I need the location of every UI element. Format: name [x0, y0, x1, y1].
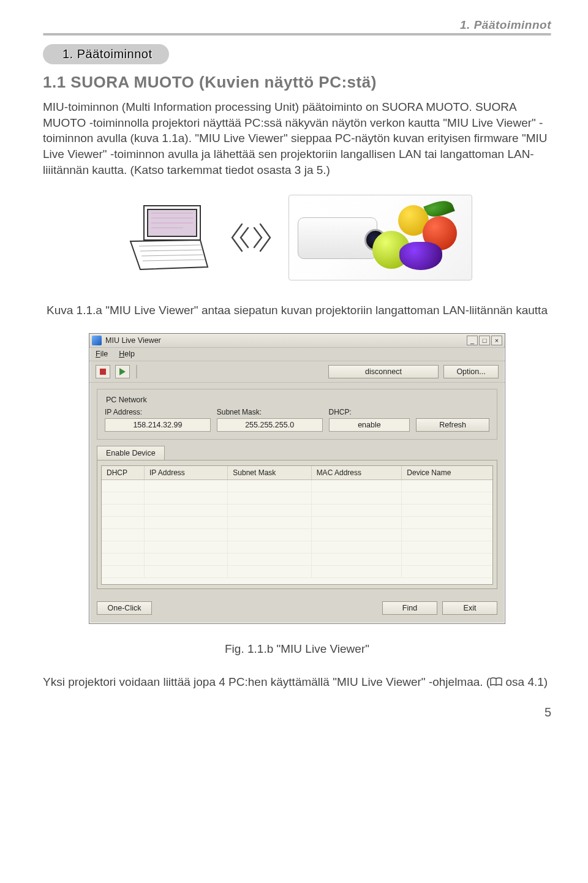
- exit-button[interactable]: Exit: [442, 601, 497, 615]
- menubar: File Help: [89, 348, 505, 361]
- subheading: 1.1 SUORA MUOTO (Kuvien näyttö PC:stä): [43, 73, 551, 92]
- book-icon: [490, 677, 502, 686]
- table-body[interactable]: [102, 480, 492, 584]
- empty-label: [416, 408, 489, 416]
- stop-button[interactable]: [96, 365, 110, 378]
- dhcp-label: DHCP:: [329, 408, 410, 416]
- running-header: 1. Päätoiminnot: [43, 18, 551, 32]
- laptop-icon: [122, 201, 214, 274]
- section-tab: 1. Päätoiminnot: [43, 44, 169, 64]
- toolbar: disconnect Option...: [89, 361, 505, 383]
- tab-content: DHCP IP Address Subnet Mask MAC Address …: [97, 460, 497, 589]
- figure-caption-b: Fig. 1.1.b "MIU Live Viewer": [43, 642, 551, 656]
- dialog-footer: One-Click Find Exit: [89, 595, 505, 623]
- header-rule: [43, 33, 551, 36]
- window-controls: _ □ ×: [467, 336, 502, 345]
- page-number: 5: [43, 705, 551, 720]
- bottom-text-2: osa 4.1): [502, 675, 548, 688]
- minimize-button[interactable]: _: [467, 336, 478, 345]
- table-header: DHCP IP Address Subnet Mask MAC Address …: [102, 466, 492, 480]
- subnet-mask-value: 255.255.255.0: [217, 418, 323, 432]
- col-mac-address[interactable]: MAC Address: [312, 466, 402, 479]
- bottom-paragraph: Yksi projektori voidaan liittää jopa 4 P…: [43, 674, 551, 690]
- pc-network-label: PC Network: [102, 396, 151, 404]
- menu-help[interactable]: Help: [119, 350, 135, 359]
- ip-address-label: IP Address:: [105, 408, 211, 416]
- col-device-name[interactable]: Device Name: [402, 466, 492, 479]
- projector-photo: [288, 195, 472, 280]
- col-dhcp[interactable]: DHCP: [102, 466, 145, 479]
- body-paragraph: MIU-toiminnon (Multi Information process…: [43, 99, 551, 178]
- refresh-button[interactable]: Refresh: [416, 418, 489, 432]
- toolbar-separator: [136, 365, 137, 378]
- option-button[interactable]: Option...: [443, 365, 499, 378]
- maximize-button[interactable]: □: [479, 336, 490, 345]
- disconnect-button[interactable]: disconnect: [328, 365, 439, 378]
- app-icon: [92, 336, 102, 345]
- titlebar: MIU Live Viewer _ □ ×: [89, 334, 505, 348]
- menu-file[interactable]: File: [96, 350, 108, 359]
- wireless-icon: [230, 220, 273, 255]
- subnet-mask-label: Subnet Mask:: [217, 408, 323, 416]
- tab-enable-device[interactable]: Enable Device: [97, 446, 165, 460]
- one-click-button[interactable]: One-Click: [97, 601, 152, 615]
- play-button[interactable]: [115, 365, 130, 378]
- miu-live-viewer-dialog: MIU Live Viewer _ □ × File Help disconne…: [89, 333, 505, 624]
- window-title: MIU Live Viewer: [105, 336, 161, 345]
- col-ip-address[interactable]: IP Address: [145, 466, 228, 479]
- dhcp-value: enable: [329, 418, 410, 432]
- find-button[interactable]: Find: [382, 601, 437, 615]
- figure-caption-a: Kuva 1.1.a "MIU Live Viewer" antaa siepa…: [43, 302, 551, 318]
- device-table: DHCP IP Address Subnet Mask MAC Address …: [101, 465, 493, 585]
- col-subnet-mask[interactable]: Subnet Mask: [228, 466, 311, 479]
- tabs: Enable Device: [97, 446, 497, 460]
- illustration-row: [43, 195, 551, 280]
- close-button[interactable]: ×: [491, 336, 502, 345]
- bottom-text-1: Yksi projektori voidaan liittää jopa 4 P…: [43, 675, 490, 688]
- pc-network-panel: PC Network IP Address: 158.214.32.99 Sub…: [97, 389, 497, 440]
- ip-address-value: 158.214.32.99: [105, 418, 211, 432]
